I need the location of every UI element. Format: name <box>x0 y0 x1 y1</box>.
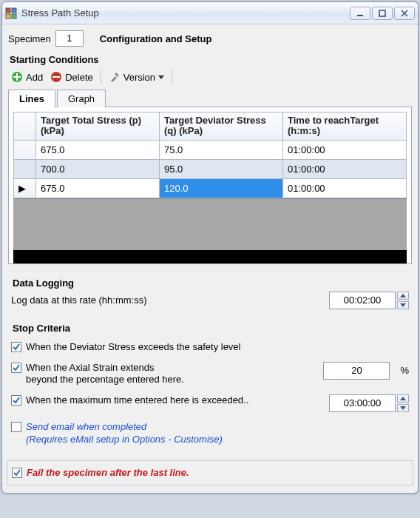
grid-bottom-bar <box>13 250 407 263</box>
max-time-down[interactable] <box>397 404 409 412</box>
table-row[interactable]: 675.0 75.0 01:00:00 <box>14 140 407 159</box>
stop-criteria-heading: Stop Criteria <box>11 320 409 337</box>
svg-rect-2 <box>6 14 10 18</box>
cell-t[interactable]: 01:00:00 <box>283 140 407 159</box>
version-dropdown[interactable]: Version <box>109 71 164 83</box>
window-title: Stress Path Setup <box>21 7 350 18</box>
svg-marker-13 <box>158 75 164 79</box>
add-button[interactable]: Add <box>11 71 43 83</box>
percent-unit: % <box>396 365 409 376</box>
row-selector[interactable] <box>14 159 36 178</box>
svg-marker-16 <box>400 397 406 400</box>
svg-rect-0 <box>6 8 10 13</box>
svg-rect-3 <box>12 14 16 18</box>
max-time-input[interactable]: 03:00:00 <box>329 394 396 412</box>
checkbox-send-email[interactable] <box>11 422 21 432</box>
toolbar-separator <box>172 70 172 84</box>
cell-t[interactable]: 01:00:00 <box>283 178 407 198</box>
svg-rect-1 <box>12 8 16 13</box>
axial-strain-percent-input[interactable]: 20 <box>323 362 390 380</box>
table-row[interactable]: 700.0 95.0 01:00:00 <box>14 159 407 178</box>
add-label: Add <box>26 72 43 83</box>
row-selector-current[interactable]: ▶ <box>14 178 36 198</box>
cell-t[interactable]: 01:00:00 <box>283 159 407 178</box>
version-label: Version <box>123 72 155 83</box>
close-button[interactable] <box>394 7 415 20</box>
cell-q-selected[interactable]: 120.0 <box>160 178 283 198</box>
checkbox-deviator-safety[interactable] <box>11 342 21 352</box>
label-fail-after-last: Fail the specimen after the last line. <box>27 467 408 479</box>
specimen-number-input[interactable]: 1 <box>55 30 84 47</box>
cell-p[interactable]: 700.0 <box>36 159 160 178</box>
label-deviator-safety: When the Deviator Stress exceeds the saf… <box>26 341 409 353</box>
label-max-time: When the maximum time entered here is ex… <box>26 394 325 406</box>
delete-button[interactable]: Delete <box>50 71 93 83</box>
tools-icon <box>109 71 121 83</box>
row-selector[interactable] <box>14 140 36 159</box>
svg-marker-14 <box>400 294 406 297</box>
col-header-p[interactable]: Target Total Stress (p) (kPa) <box>36 112 160 141</box>
stress-path-setup-window: Stress Path Setup Specimen 1 Configurati… <box>1 1 419 494</box>
checkbox-axial-strain[interactable] <box>11 363 21 373</box>
configuration-heading: Configuration and Setup <box>100 33 212 44</box>
maximize-button[interactable] <box>372 7 393 20</box>
cell-p[interactable]: 675.0 <box>36 140 160 159</box>
label-axial-strain: When the Axial Strain extends beyond the… <box>26 362 319 386</box>
stress-path-grid: Target Total Stress (p) (kPa) Target Dev… <box>8 107 412 264</box>
svg-marker-17 <box>400 406 406 410</box>
label-send-email: Send email when completed (Requires eMai… <box>26 421 409 445</box>
minimize-button[interactable] <box>350 7 370 20</box>
log-rate-label: Log data at this rate (hh:mm:ss) <box>11 295 329 306</box>
checkbox-max-time[interactable] <box>11 395 21 406</box>
log-rate-up[interactable] <box>397 292 409 300</box>
checkbox-fail-after-last[interactable] <box>12 468 22 478</box>
max-time-up[interactable] <box>397 394 409 403</box>
cell-q[interactable]: 75.0 <box>160 140 283 159</box>
svg-rect-12 <box>52 76 60 78</box>
specimen-label: Specimen <box>8 33 51 44</box>
app-icon <box>5 7 17 19</box>
svg-marker-15 <box>400 303 406 307</box>
table-row[interactable]: ▶ 675.0 120.0 01:00:00 <box>14 178 407 198</box>
svg-rect-10 <box>13 76 21 78</box>
tab-graph[interactable]: Graph <box>57 90 106 107</box>
grid-empty-area <box>13 198 407 250</box>
starting-conditions-toolbar: Add Delete Version <box>8 68 412 89</box>
delete-label: Delete <box>65 72 93 83</box>
chevron-down-icon <box>158 74 164 80</box>
data-logging-heading: Data Logging <box>11 275 409 292</box>
svg-rect-5 <box>379 10 385 16</box>
log-rate-down[interactable] <box>397 301 409 309</box>
plus-icon <box>11 71 23 83</box>
log-rate-input[interactable]: 00:02:00 <box>329 292 396 309</box>
starting-conditions-heading: Starting Conditions <box>8 51 412 68</box>
col-header-q[interactable]: Target Deviator Stress (q) (kPa) <box>160 112 283 141</box>
toolbar-separator <box>101 70 101 84</box>
delete-icon <box>50 71 62 83</box>
cell-p[interactable]: 675.0 <box>36 178 160 198</box>
titlebar: Stress Path Setup <box>2 2 418 24</box>
col-header-t[interactable]: Time to reachTarget (h:m:s) <box>283 112 407 141</box>
grid-corner <box>14 112 36 141</box>
tab-lines[interactable]: Lines <box>8 90 55 107</box>
cell-q[interactable]: 95.0 <box>160 159 283 178</box>
